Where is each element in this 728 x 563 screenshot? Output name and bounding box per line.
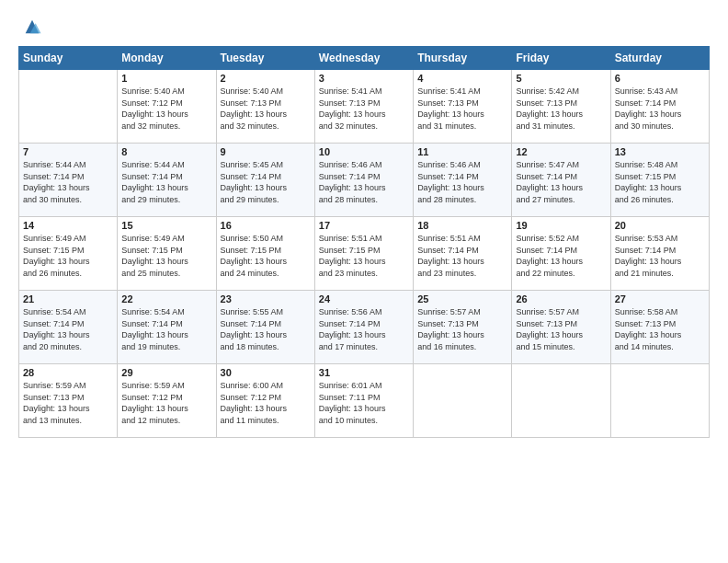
day-number: 25 (417, 293, 507, 304)
day-info: Sunrise: 5:41 AM Sunset: 7:13 PM Dayligh… (417, 86, 507, 132)
day-info: Sunrise: 5:51 AM Sunset: 7:15 PM Dayligh… (319, 233, 409, 279)
day-info: Sunrise: 5:50 AM Sunset: 7:15 PM Dayligh… (221, 233, 311, 279)
calendar-cell: 30Sunrise: 6:00 AM Sunset: 7:12 PM Dayli… (216, 364, 314, 438)
calendar-cell: 18Sunrise: 5:51 AM Sunset: 7:14 PM Dayli… (414, 217, 512, 291)
calendar-cell: 25Sunrise: 5:57 AM Sunset: 7:13 PM Dayli… (414, 291, 512, 364)
day-header-sunday: Sunday (19, 47, 118, 70)
day-number: 30 (221, 367, 311, 378)
day-number: 12 (516, 146, 606, 157)
day-info: Sunrise: 6:00 AM Sunset: 7:12 PM Dayligh… (221, 380, 311, 426)
day-info: Sunrise: 5:52 AM Sunset: 7:14 PM Dayligh… (516, 233, 606, 279)
calendar-cell: 29Sunrise: 5:59 AM Sunset: 7:12 PM Dayli… (118, 364, 216, 438)
day-header-saturday: Saturday (610, 47, 709, 70)
calendar-cell: 12Sunrise: 5:47 AM Sunset: 7:14 PM Dayli… (512, 144, 610, 217)
day-header-wednesday: Wednesday (314, 47, 413, 70)
day-info: Sunrise: 5:43 AM Sunset: 7:14 PM Dayligh… (615, 86, 705, 132)
day-info: Sunrise: 5:44 AM Sunset: 7:14 PM Dayligh… (121, 159, 211, 205)
day-number: 3 (319, 73, 409, 84)
day-info: Sunrise: 5:59 AM Sunset: 7:13 PM Dayligh… (23, 380, 113, 426)
day-number: 5 (516, 73, 606, 84)
calendar-cell: 6Sunrise: 5:43 AM Sunset: 7:14 PM Daylig… (610, 70, 709, 144)
calendar-cell: 16Sunrise: 5:50 AM Sunset: 7:15 PM Dayli… (216, 217, 314, 291)
calendar-cell: 17Sunrise: 5:51 AM Sunset: 7:15 PM Dayli… (314, 217, 413, 291)
logo (18, 17, 42, 37)
day-number: 20 (615, 220, 705, 231)
day-info: Sunrise: 5:54 AM Sunset: 7:14 PM Dayligh… (121, 306, 211, 352)
day-header-thursday: Thursday (414, 47, 512, 70)
calendar-cell (610, 364, 709, 438)
day-number: 14 (23, 220, 113, 231)
day-number: 11 (417, 146, 507, 157)
calendar-cell: 23Sunrise: 5:55 AM Sunset: 7:14 PM Dayli… (216, 291, 314, 364)
day-info: Sunrise: 5:44 AM Sunset: 7:14 PM Dayligh… (23, 159, 113, 205)
week-row-2: 7Sunrise: 5:44 AM Sunset: 7:14 PM Daylig… (19, 144, 710, 217)
calendar-cell: 26Sunrise: 5:57 AM Sunset: 7:13 PM Dayli… (512, 291, 610, 364)
day-header-tuesday: Tuesday (216, 47, 314, 70)
day-info: Sunrise: 5:57 AM Sunset: 7:13 PM Dayligh… (516, 306, 606, 352)
day-info: Sunrise: 5:51 AM Sunset: 7:14 PM Dayligh… (417, 233, 507, 279)
calendar-table: SundayMondayTuesdayWednesdayThursdayFrid… (18, 46, 710, 438)
day-number: 10 (319, 146, 409, 157)
week-row-3: 14Sunrise: 5:49 AM Sunset: 7:15 PM Dayli… (19, 217, 710, 291)
day-number: 8 (121, 146, 211, 157)
day-info: Sunrise: 5:49 AM Sunset: 7:15 PM Dayligh… (23, 233, 113, 279)
day-info: Sunrise: 5:42 AM Sunset: 7:13 PM Dayligh… (516, 86, 606, 132)
week-row-4: 21Sunrise: 5:54 AM Sunset: 7:14 PM Dayli… (19, 291, 710, 364)
calendar-cell: 14Sunrise: 5:49 AM Sunset: 7:15 PM Dayli… (19, 217, 118, 291)
calendar-cell (414, 364, 512, 438)
calendar-cell: 3Sunrise: 5:41 AM Sunset: 7:13 PM Daylig… (314, 70, 413, 144)
calendar-cell: 11Sunrise: 5:46 AM Sunset: 7:14 PM Dayli… (414, 144, 512, 217)
day-header-monday: Monday (118, 47, 216, 70)
day-number: 6 (615, 73, 705, 84)
logo-icon (22, 17, 42, 37)
calendar-cell: 5Sunrise: 5:42 AM Sunset: 7:13 PM Daylig… (512, 70, 610, 144)
day-number: 17 (319, 220, 409, 231)
day-number: 16 (221, 220, 311, 231)
calendar-cell: 21Sunrise: 5:54 AM Sunset: 7:14 PM Dayli… (19, 291, 118, 364)
week-row-1: 1Sunrise: 5:40 AM Sunset: 7:12 PM Daylig… (19, 70, 710, 144)
calendar-cell: 8Sunrise: 5:44 AM Sunset: 7:14 PM Daylig… (118, 144, 216, 217)
day-number: 15 (121, 220, 211, 231)
calendar-cell: 9Sunrise: 5:45 AM Sunset: 7:14 PM Daylig… (216, 144, 314, 217)
calendar-cell: 28Sunrise: 5:59 AM Sunset: 7:13 PM Dayli… (19, 364, 118, 438)
calendar-cell: 13Sunrise: 5:48 AM Sunset: 7:15 PM Dayli… (610, 144, 709, 217)
day-info: Sunrise: 5:53 AM Sunset: 7:14 PM Dayligh… (615, 233, 705, 279)
day-info: Sunrise: 5:57 AM Sunset: 7:13 PM Dayligh… (417, 306, 507, 352)
day-info: Sunrise: 5:58 AM Sunset: 7:13 PM Dayligh… (615, 306, 705, 352)
header (18, 17, 710, 37)
day-info: Sunrise: 5:46 AM Sunset: 7:14 PM Dayligh… (319, 159, 409, 205)
day-info: Sunrise: 5:46 AM Sunset: 7:14 PM Dayligh… (417, 159, 507, 205)
day-number: 19 (516, 220, 606, 231)
day-number: 29 (121, 367, 211, 378)
day-info: Sunrise: 5:56 AM Sunset: 7:14 PM Dayligh… (319, 306, 409, 352)
calendar-cell: 19Sunrise: 5:52 AM Sunset: 7:14 PM Dayli… (512, 217, 610, 291)
calendar-cell: 2Sunrise: 5:40 AM Sunset: 7:13 PM Daylig… (216, 70, 314, 144)
calendar-cell: 1Sunrise: 5:40 AM Sunset: 7:12 PM Daylig… (118, 70, 216, 144)
calendar-cell (19, 70, 118, 144)
day-info: Sunrise: 5:45 AM Sunset: 7:14 PM Dayligh… (221, 159, 311, 205)
day-number: 26 (516, 293, 606, 304)
day-number: 18 (417, 220, 507, 231)
day-number: 2 (221, 73, 311, 84)
day-number: 31 (319, 367, 409, 378)
day-header-friday: Friday (512, 47, 610, 70)
calendar-header-row: SundayMondayTuesdayWednesdayThursdayFrid… (19, 47, 710, 70)
calendar-cell: 27Sunrise: 5:58 AM Sunset: 7:13 PM Dayli… (610, 291, 709, 364)
calendar-cell: 15Sunrise: 5:49 AM Sunset: 7:15 PM Dayli… (118, 217, 216, 291)
day-info: Sunrise: 5:55 AM Sunset: 7:14 PM Dayligh… (221, 306, 311, 352)
calendar-cell: 4Sunrise: 5:41 AM Sunset: 7:13 PM Daylig… (414, 70, 512, 144)
day-number: 28 (23, 367, 113, 378)
day-info: Sunrise: 5:40 AM Sunset: 7:12 PM Dayligh… (121, 86, 211, 132)
day-number: 7 (23, 146, 113, 157)
day-info: Sunrise: 5:48 AM Sunset: 7:15 PM Dayligh… (615, 159, 705, 205)
day-number: 27 (615, 293, 705, 304)
calendar-cell: 24Sunrise: 5:56 AM Sunset: 7:14 PM Dayli… (314, 291, 413, 364)
main-container: SundayMondayTuesdayWednesdayThursdayFrid… (0, 0, 728, 447)
day-number: 22 (121, 293, 211, 304)
calendar-cell (512, 364, 610, 438)
day-info: Sunrise: 6:01 AM Sunset: 7:11 PM Dayligh… (319, 380, 409, 426)
day-info: Sunrise: 5:41 AM Sunset: 7:13 PM Dayligh… (319, 86, 409, 132)
day-info: Sunrise: 5:54 AM Sunset: 7:14 PM Dayligh… (23, 306, 113, 352)
day-number: 9 (221, 146, 311, 157)
calendar-cell: 31Sunrise: 6:01 AM Sunset: 7:11 PM Dayli… (314, 364, 413, 438)
